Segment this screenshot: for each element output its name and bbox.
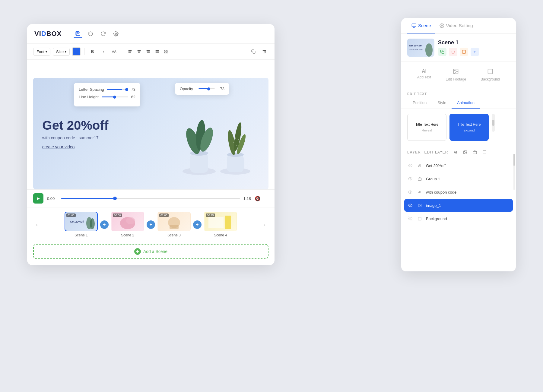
svg-point-34 [235,138,236,139]
tab-background[interactable]: Background [473,66,507,84]
justify-button[interactable] [153,47,161,56]
svg-text:Get 20%off: Get 20%off [409,44,422,47]
align-right-button[interactable] [144,47,152,56]
scene-thumb-1[interactable]: Get 20%off 01:00 [65,212,98,231]
anim-card-scrollbar[interactable] [492,114,495,132]
background-label: Background [481,77,500,81]
layer-items: AI Get 20%off Group 1 AI with coupon [401,159,516,225]
add-scene-bar[interactable]: + Add a Scene [33,244,268,259]
svg-rect-20 [167,52,168,53]
layer-eye-coupon[interactable] [407,189,413,195]
line-height-row: Line Height 62 [79,95,135,99]
scene-action-icons [438,48,479,56]
svg-point-0 [115,33,117,35]
canvas-link[interactable]: create your video [42,144,108,149]
svg-rect-73 [418,217,421,220]
play-button[interactable]: ▶ [33,193,43,204]
anim-card-expand[interactable]: Title Text Here Expand [449,114,489,141]
layer-image-icon[interactable] [462,149,469,156]
letter-spacing-slider[interactable] [107,89,128,90]
color-picker[interactable] [72,47,81,56]
svg-point-69 [410,205,411,206]
tab-scene[interactable]: Scene [407,18,435,33]
scenes-container: Get 20%off 01:00 Scene 1 + 00:30 Scene 2… [40,212,261,237]
redo-icon[interactable] [99,30,107,38]
separator-1 [84,48,84,55]
add-action-icon[interactable] [471,48,479,56]
svg-point-37 [238,139,239,140]
layer-item-image1[interactable]: image_1 [404,199,513,212]
align-center-button[interactable] [135,47,143,56]
video-controls: ▶ 0:00 1:18 🔇 ⛶ [27,189,275,207]
scene-add-between-3-4[interactable]: + [193,220,202,229]
save-icon[interactable] [74,30,82,38]
layer-text-icon[interactable]: AI [452,149,459,156]
svg-text:Get 20%off: Get 20%off [70,220,84,223]
layer-item-background[interactable]: Background [404,212,513,225]
svg-point-30 [227,153,244,157]
layer-item-group1[interactable]: Group 1 [404,172,513,185]
scene-thumb-3[interactable]: 01:00 [157,212,191,231]
scene-thumb-4[interactable]: 00:15 [204,212,237,231]
layer-shape-icon[interactable] [481,149,488,156]
layer-item-get20off[interactable]: AI Get 20%off [404,159,513,172]
app-logo: VIDBOX [34,30,62,38]
tab-add-text[interactable]: AI Add Text [410,66,438,84]
tab-edit-footage[interactable]: Edit Footage [438,66,473,84]
line-height-slider[interactable] [102,96,128,97]
copy-toolbar-button[interactable] [249,47,258,56]
opacity-slider[interactable] [198,88,214,89]
italic-button[interactable]: i [99,47,107,56]
bold-button[interactable]: B [88,47,97,56]
scene-next-button[interactable]: › [261,221,268,228]
sub-tab-style[interactable]: Style [432,97,452,109]
svg-point-41 [90,218,95,229]
layer-group-icon[interactable] [471,149,478,156]
edit-text-label: EDIT TEXT [401,88,516,97]
svg-point-55 [425,43,433,57]
layer-eye-get20off[interactable] [407,163,413,169]
grid-button[interactable] [162,47,170,56]
svg-rect-63 [473,151,477,154]
scene-name: Scene 1 [438,40,479,46]
letter-spacing-value: 73 [131,87,135,92]
sub-tab-position[interactable]: Position [407,97,432,109]
progress-bar[interactable] [61,198,240,199]
align-left-button[interactable] [126,47,134,56]
scene-add-between-1-2[interactable]: + [100,220,109,229]
text-size-button[interactable]: AA [110,47,118,56]
svg-rect-67 [418,178,421,180]
svg-rect-47 [208,217,224,228]
anim-card-reveal[interactable]: Title Text Here Reveal [407,114,446,141]
scene-item-2: 00:30 Scene 2 [111,212,144,237]
add-scene-label: Add a Scene [143,249,167,254]
svg-point-62 [464,151,465,152]
settings-icon[interactable] [112,30,120,38]
undo-icon[interactable] [86,30,95,38]
sub-tab-animation[interactable]: Animation [452,97,480,109]
svg-rect-29 [227,155,244,172]
line-height-value: 62 [131,95,135,99]
layer-eye-group1[interactable] [407,176,413,182]
right-panel-scrollbar[interactable] [513,154,515,190]
copy-action-icon[interactable] [438,48,446,56]
scene-thumb-2[interactable]: 00:30 [111,212,144,231]
scene-add-between-2-3[interactable]: + [147,220,155,229]
scene-prev-button[interactable]: ‹ [33,221,40,228]
svg-point-68 [410,191,411,193]
delete-toolbar-button[interactable] [260,47,268,56]
duplicate-action-icon[interactable] [460,48,468,56]
expand-card-title: Title Text Here [458,122,481,127]
font-dropdown[interactable]: Font [33,48,50,56]
delete-action-icon[interactable] [449,48,457,56]
mute-icon[interactable]: 🔇 [255,196,261,201]
size-dropdown[interactable]: Size [53,48,70,56]
svg-point-51 [441,25,443,26]
fullscreen-icon[interactable]: ⛶ [264,196,268,201]
background-icon [487,68,493,76]
tab-video-setting[interactable]: Video Setting [435,18,477,33]
layer-eye-background[interactable] [407,216,413,222]
layer-eye-image1[interactable] [407,202,413,208]
svg-rect-64 [483,151,486,154]
layer-item-coupon[interactable]: AI with coupon code: [404,186,513,198]
